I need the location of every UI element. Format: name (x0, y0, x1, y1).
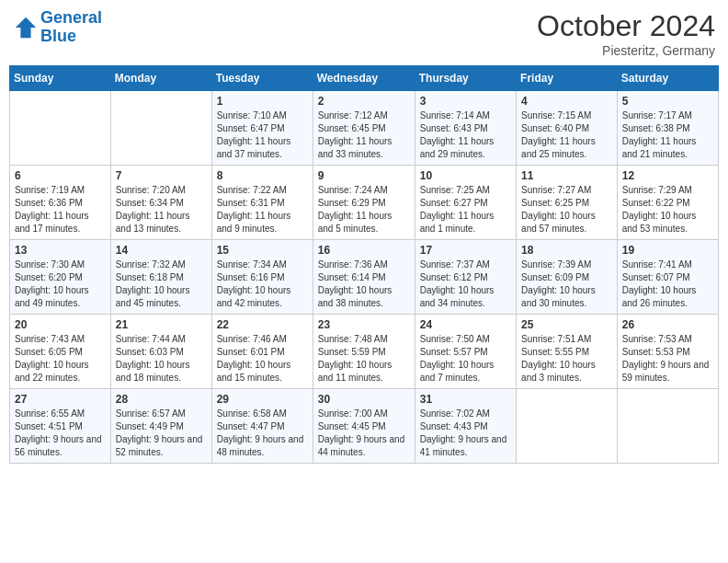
calendar-cell: 8Sunrise: 7:22 AM Sunset: 6:31 PM Daylig… (211, 166, 313, 240)
calendar-cell: 20Sunrise: 7:43 AM Sunset: 6:05 PM Dayli… (10, 315, 111, 389)
day-number: 3 (420, 95, 511, 108)
day-number: 17 (420, 244, 511, 257)
calendar-cell: 19Sunrise: 7:41 AM Sunset: 6:07 PM Dayli… (617, 240, 718, 315)
cell-content: Sunrise: 7:17 AM Sunset: 6:38 PM Dayligh… (622, 109, 713, 161)
calendar-table: SundayMondayTuesdayWednesdayThursdayFrid… (9, 65, 719, 464)
calendar-cell: 10Sunrise: 7:25 AM Sunset: 6:27 PM Dayli… (415, 166, 516, 240)
calendar-cell: 6Sunrise: 7:19 AM Sunset: 6:36 PM Daylig… (10, 166, 111, 240)
calendar-cell: 17Sunrise: 7:37 AM Sunset: 6:12 PM Dayli… (415, 240, 516, 315)
cell-content: Sunrise: 7:37 AM Sunset: 6:12 PM Dayligh… (420, 259, 511, 310)
cell-content: Sunrise: 7:19 AM Sunset: 6:36 PM Dayligh… (15, 184, 106, 236)
day-number: 4 (521, 95, 612, 108)
cell-content: Sunrise: 7:32 AM Sunset: 6:18 PM Dayligh… (116, 259, 207, 310)
calendar-cell: 26Sunrise: 7:53 AM Sunset: 5:53 PM Dayli… (617, 315, 718, 389)
calendar-cell (110, 91, 211, 166)
day-header-friday: Friday (517, 66, 618, 91)
calendar-cell: 24Sunrise: 7:50 AM Sunset: 5:57 PM Dayli… (415, 315, 516, 389)
calendar-cell: 9Sunrise: 7:24 AM Sunset: 6:29 PM Daylig… (313, 166, 415, 240)
day-number: 9 (318, 169, 410, 182)
cell-content: Sunrise: 6:55 AM Sunset: 4:51 PM Dayligh… (15, 408, 106, 459)
cell-content: Sunrise: 7:48 AM Sunset: 5:59 PM Dayligh… (318, 333, 410, 385)
cell-content: Sunrise: 7:00 AM Sunset: 4:45 PM Dayligh… (318, 408, 410, 459)
calendar-cell: 23Sunrise: 7:48 AM Sunset: 5:59 PM Dayli… (313, 315, 415, 389)
calendar-cell: 2Sunrise: 7:12 AM Sunset: 6:45 PM Daylig… (313, 91, 415, 166)
day-number: 6 (15, 169, 106, 182)
day-number: 27 (15, 393, 106, 406)
cell-content: Sunrise: 7:22 AM Sunset: 6:31 PM Dayligh… (217, 184, 308, 236)
calendar-cell: 13Sunrise: 7:30 AM Sunset: 6:20 PM Dayli… (10, 240, 111, 315)
cell-content: Sunrise: 7:53 AM Sunset: 5:53 PM Dayligh… (622, 333, 713, 385)
calendar-cell: 11Sunrise: 7:27 AM Sunset: 6:25 PM Dayli… (517, 166, 618, 240)
day-number: 25 (521, 318, 612, 331)
cell-content: Sunrise: 7:43 AM Sunset: 6:05 PM Dayligh… (15, 333, 106, 385)
calendar-cell: 30Sunrise: 7:00 AM Sunset: 4:45 PM Dayli… (313, 389, 415, 464)
cell-content: Sunrise: 7:34 AM Sunset: 6:16 PM Dayligh… (217, 259, 308, 310)
cell-content: Sunrise: 6:57 AM Sunset: 4:49 PM Dayligh… (116, 408, 207, 459)
calendar-week-row: 13Sunrise: 7:30 AM Sunset: 6:20 PM Dayli… (10, 240, 719, 315)
day-number: 30 (318, 393, 410, 406)
day-number: 2 (318, 95, 410, 108)
day-number: 16 (318, 244, 410, 257)
calendar-cell (617, 389, 718, 464)
day-number: 7 (116, 169, 207, 182)
cell-content: Sunrise: 7:46 AM Sunset: 6:01 PM Dayligh… (217, 333, 308, 385)
calendar-cell: 14Sunrise: 7:32 AM Sunset: 6:18 PM Dayli… (110, 240, 211, 315)
calendar-header-row: SundayMondayTuesdayWednesdayThursdayFrid… (10, 66, 719, 91)
month-title: October 2024 (537, 9, 715, 43)
calendar-cell: 27Sunrise: 6:55 AM Sunset: 4:51 PM Dayli… (10, 389, 111, 464)
day-number: 11 (521, 169, 612, 182)
cell-content: Sunrise: 7:20 AM Sunset: 6:34 PM Dayligh… (116, 184, 207, 236)
calendar-cell: 3Sunrise: 7:14 AM Sunset: 6:43 PM Daylig… (415, 91, 516, 166)
calendar-cell: 7Sunrise: 7:20 AM Sunset: 6:34 PM Daylig… (110, 166, 211, 240)
calendar-cell: 31Sunrise: 7:02 AM Sunset: 4:43 PM Dayli… (415, 389, 516, 464)
day-number: 24 (420, 318, 511, 331)
cell-content: Sunrise: 7:51 AM Sunset: 5:55 PM Dayligh… (521, 333, 612, 385)
cell-content: Sunrise: 7:50 AM Sunset: 5:57 PM Dayligh… (420, 333, 511, 385)
day-number: 5 (622, 95, 713, 108)
calendar-cell: 21Sunrise: 7:44 AM Sunset: 6:03 PM Dayli… (110, 315, 211, 389)
day-number: 14 (116, 244, 207, 257)
cell-content: Sunrise: 6:58 AM Sunset: 4:47 PM Dayligh… (217, 408, 308, 459)
day-number: 29 (217, 393, 308, 406)
day-number: 12 (622, 169, 713, 182)
calendar-cell: 16Sunrise: 7:36 AM Sunset: 6:14 PM Dayli… (313, 240, 415, 315)
cell-content: Sunrise: 7:15 AM Sunset: 6:40 PM Dayligh… (521, 109, 612, 161)
logo-icon (13, 15, 39, 40)
cell-content: Sunrise: 7:14 AM Sunset: 6:43 PM Dayligh… (420, 109, 511, 161)
day-number: 8 (217, 169, 308, 182)
day-number: 19 (622, 244, 713, 257)
cell-content: Sunrise: 7:02 AM Sunset: 4:43 PM Dayligh… (420, 408, 511, 459)
day-number: 26 (622, 318, 713, 331)
title-area: October 2024 Piesteritz, Germany (537, 9, 715, 58)
day-number: 28 (116, 393, 207, 406)
day-number: 1 (217, 95, 308, 108)
logo-text: General Blue (40, 9, 102, 46)
calendar-cell: 4Sunrise: 7:15 AM Sunset: 6:40 PM Daylig… (517, 91, 618, 166)
day-number: 10 (420, 169, 511, 182)
cell-content: Sunrise: 7:24 AM Sunset: 6:29 PM Dayligh… (318, 184, 410, 236)
calendar-cell (517, 389, 618, 464)
cell-content: Sunrise: 7:25 AM Sunset: 6:27 PM Dayligh… (420, 184, 511, 236)
day-header-sunday: Sunday (10, 66, 111, 91)
day-number: 13 (15, 244, 106, 257)
calendar-week-row: 1Sunrise: 7:10 AM Sunset: 6:47 PM Daylig… (10, 91, 719, 166)
cell-content: Sunrise: 7:41 AM Sunset: 6:07 PM Dayligh… (622, 259, 713, 310)
day-number: 23 (318, 318, 410, 331)
day-number: 21 (116, 318, 207, 331)
calendar-cell: 5Sunrise: 7:17 AM Sunset: 6:38 PM Daylig… (617, 91, 718, 166)
cell-content: Sunrise: 7:30 AM Sunset: 6:20 PM Dayligh… (15, 259, 106, 310)
day-header-thursday: Thursday (415, 66, 516, 91)
calendar-cell: 25Sunrise: 7:51 AM Sunset: 5:55 PM Dayli… (517, 315, 618, 389)
calendar-cell: 28Sunrise: 6:57 AM Sunset: 4:49 PM Dayli… (110, 389, 211, 464)
cell-content: Sunrise: 7:27 AM Sunset: 6:25 PM Dayligh… (521, 184, 612, 236)
day-header-monday: Monday (110, 66, 211, 91)
cell-content: Sunrise: 7:10 AM Sunset: 6:47 PM Dayligh… (217, 109, 308, 161)
calendar-week-row: 27Sunrise: 6:55 AM Sunset: 4:51 PM Dayli… (10, 389, 719, 464)
calendar-cell: 1Sunrise: 7:10 AM Sunset: 6:47 PM Daylig… (211, 91, 313, 166)
day-number: 20 (15, 318, 106, 331)
calendar-week-row: 20Sunrise: 7:43 AM Sunset: 6:05 PM Dayli… (10, 315, 719, 389)
day-number: 22 (217, 318, 308, 331)
svg-marker-0 (16, 17, 36, 38)
cell-content: Sunrise: 7:36 AM Sunset: 6:14 PM Dayligh… (318, 259, 410, 310)
cell-content: Sunrise: 7:39 AM Sunset: 6:09 PM Dayligh… (521, 259, 612, 310)
